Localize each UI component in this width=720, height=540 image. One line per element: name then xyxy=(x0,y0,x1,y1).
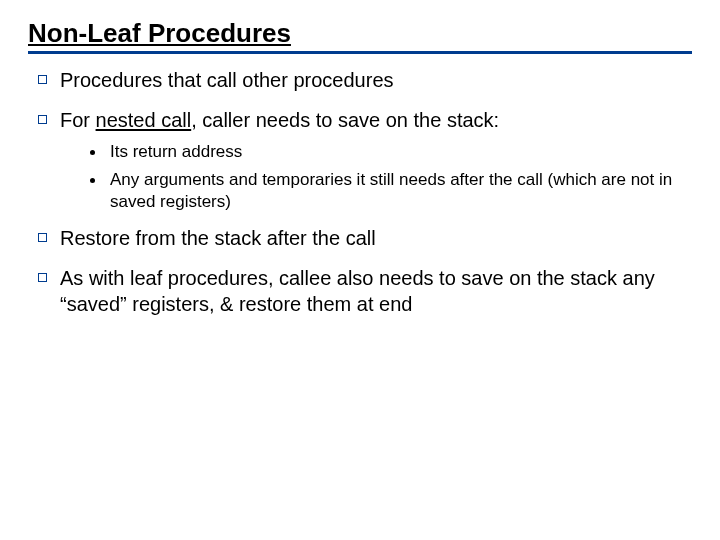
title-rule: Non-Leaf Procedures xyxy=(28,18,692,54)
bullet-text: Procedures that call other procedures xyxy=(60,69,394,91)
bullet-item: Procedures that call other procedures xyxy=(38,68,684,94)
bullet-list: Procedures that call other procedures Fo… xyxy=(28,68,692,317)
bullet-item: Restore from the stack after the call xyxy=(38,226,684,252)
slide-title: Non-Leaf Procedures xyxy=(28,18,291,48)
bullet-item: For nested call, caller needs to save on… xyxy=(38,108,684,213)
sub-bullet-item: Its return address xyxy=(88,141,684,163)
bullet-text-pre: For xyxy=(60,109,96,131)
bullet-text: As with leaf procedures, callee also nee… xyxy=(60,267,655,315)
bullet-text-post: , caller needs to save on the stack: xyxy=(191,109,499,131)
sub-bullet-list: Its return address Any arguments and tem… xyxy=(60,141,684,212)
slide: Non-Leaf Procedures Procedures that call… xyxy=(0,0,720,540)
bullet-text-underline: nested call xyxy=(96,109,192,131)
sub-bullet-item: Any arguments and temporaries it still n… xyxy=(88,169,684,213)
bullet-text: Restore from the stack after the call xyxy=(60,227,376,249)
sub-bullet-text: Its return address xyxy=(110,142,242,161)
sub-bullet-text: Any arguments and temporaries it still n… xyxy=(110,170,672,211)
bullet-item: As with leaf procedures, callee also nee… xyxy=(38,266,684,317)
